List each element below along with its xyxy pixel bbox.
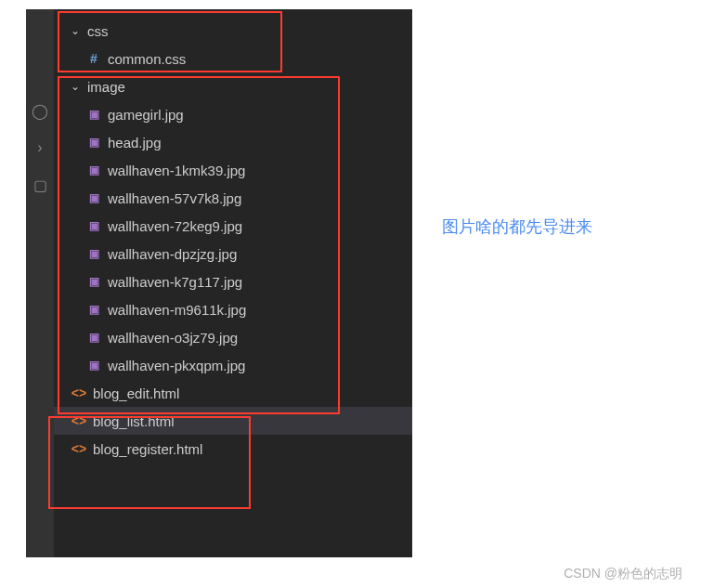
- activity-icon[interactable]: ◯: [31, 102, 49, 121]
- watermark-text: CSDN @粉色的志明: [564, 566, 682, 582]
- image-file-icon: ▣: [85, 134, 102, 150]
- file-label: wallhaven-1kmk39.jpg: [108, 163, 245, 178]
- html-file-icon: <>: [71, 412, 87, 429]
- file-label: blog_list.html: [93, 413, 175, 429]
- file-label: wallhaven-57v7k8.jpg: [108, 190, 241, 206]
- file-item-html[interactable]: <> blog_edit.html: [54, 379, 412, 407]
- file-item-css[interactable]: # common.css: [54, 45, 412, 72]
- image-file-icon: ▣: [85, 329, 102, 346]
- file-item-image[interactable]: ▣ wallhaven-o3jz79.jpg: [54, 323, 412, 351]
- file-explorer-tree: ⌄ css # common.css ⌄ image ▣ gamegirl.jp…: [54, 9, 412, 557]
- activity-icon[interactable]: ›: [31, 139, 49, 158]
- activity-bar: ◯ › ▢: [26, 9, 54, 557]
- file-label: wallhaven-m9611k.jpg: [108, 302, 246, 318]
- file-label: wallhaven-72keg9.jpg: [108, 218, 242, 234]
- chevron-down-icon: ⌄: [71, 80, 84, 93]
- file-item-image[interactable]: ▣ wallhaven-k7g117.jpg: [54, 268, 412, 295]
- file-label: blog_register.html: [93, 441, 202, 457]
- file-label: wallhaven-dpzjzg.jpg: [108, 246, 237, 262]
- file-label: wallhaven-pkxqpm.jpg: [108, 358, 245, 373]
- file-label: blog_edit.html: [93, 385, 179, 401]
- folder-label: css: [87, 23, 109, 39]
- html-file-icon: <>: [71, 440, 87, 457]
- folder-css[interactable]: ⌄ css: [54, 17, 412, 45]
- chevron-down-icon: ⌄: [71, 24, 84, 37]
- css-file-icon: #: [85, 50, 102, 67]
- file-label: wallhaven-o3jz79.jpg: [108, 330, 238, 346]
- image-file-icon: ▣: [85, 189, 102, 206]
- file-item-html[interactable]: <> blog_list.html: [54, 407, 412, 435]
- activity-icon[interactable]: ▢: [31, 176, 49, 195]
- file-item-image[interactable]: ▣ wallhaven-pkxqpm.jpg: [54, 351, 412, 379]
- folder-image[interactable]: ⌄ image: [54, 72, 412, 100]
- image-file-icon: ▣: [85, 106, 102, 123]
- file-item-image[interactable]: ▣ gamegirl.jpg: [54, 100, 412, 128]
- file-item-image[interactable]: ▣ wallhaven-dpzjzg.jpg: [54, 240, 412, 268]
- image-file-icon: ▣: [85, 162, 102, 178]
- image-file-icon: ▣: [85, 357, 102, 373]
- file-label: head.jpg: [108, 135, 162, 150]
- image-file-icon: ▣: [85, 217, 102, 234]
- file-item-image[interactable]: ▣ wallhaven-57v7k8.jpg: [54, 184, 412, 212]
- file-item-html[interactable]: <> blog_register.html: [54, 435, 412, 463]
- file-item-image[interactable]: ▣ wallhaven-1kmk39.jpg: [54, 156, 412, 184]
- file-label: common.css: [108, 51, 186, 67]
- file-item-image[interactable]: ▣ wallhaven-m9611k.jpg: [54, 295, 412, 323]
- html-file-icon: <>: [71, 385, 87, 401]
- image-file-icon: ▣: [85, 273, 102, 290]
- editor-explorer-panel: ◯ › ▢ ⌄ css # common.css ⌄ image ▣ gameg…: [26, 9, 412, 557]
- image-file-icon: ▣: [85, 245, 102, 262]
- file-label: wallhaven-k7g117.jpg: [108, 274, 242, 290]
- file-item-image[interactable]: ▣ wallhaven-72keg9.jpg: [54, 212, 412, 240]
- file-label: gamegirl.jpg: [108, 107, 184, 123]
- file-item-image[interactable]: ▣ head.jpg: [54, 128, 412, 156]
- image-file-icon: ▣: [85, 301, 102, 318]
- annotation-text: 图片啥的都先导进来: [442, 216, 592, 238]
- folder-label: image: [87, 79, 125, 95]
